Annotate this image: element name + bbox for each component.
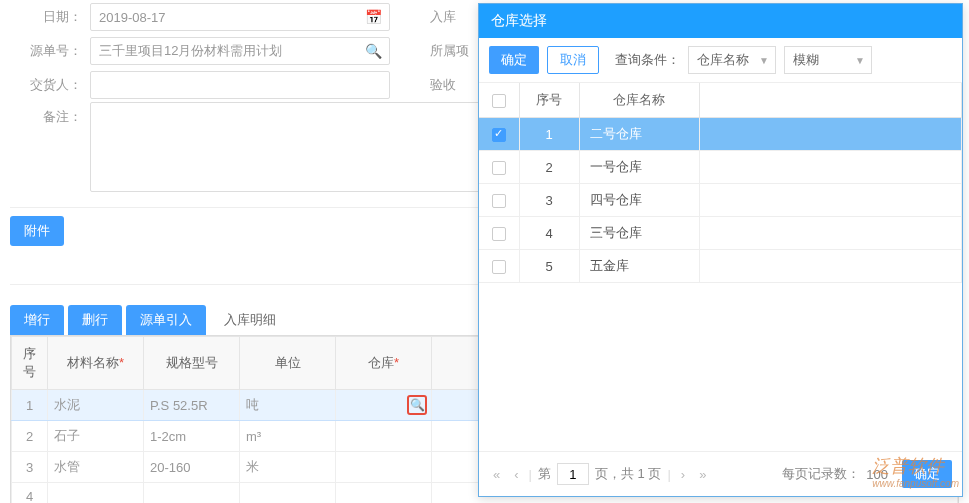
del-row-button[interactable]: 删行 — [68, 305, 122, 335]
modal-col-name: 仓库名称 — [579, 83, 699, 118]
cell-seq: 1 — [519, 118, 579, 151]
cell-unit[interactable]: m³ — [240, 421, 336, 452]
warehouse-lookup-icon[interactable]: 🔍 — [407, 395, 427, 415]
query-label: 查询条件： — [615, 51, 680, 69]
cell-seq: 3 — [12, 452, 48, 483]
cell-extra — [699, 118, 962, 151]
deliverer-input[interactable] — [90, 71, 390, 99]
per-page-value[interactable]: 100 — [866, 467, 888, 482]
cell-spec[interactable]: 20-160 — [144, 452, 240, 483]
cell-extra — [699, 184, 962, 217]
cell-name: 四号仓库 — [579, 184, 699, 217]
col-seq: 序号 — [12, 337, 48, 390]
modal-title: 仓库选择 — [479, 4, 962, 38]
deliverer-label: 交货人： — [10, 76, 90, 94]
row-checkbox[interactable] — [492, 194, 506, 208]
deliverer-wrap — [90, 71, 390, 99]
cell-extra — [699, 250, 962, 283]
modal-row[interactable]: 1二号仓库 — [479, 118, 962, 151]
modal-cancel-button[interactable]: 取消 — [547, 46, 599, 74]
row-checkbox[interactable] — [492, 128, 506, 142]
modal-row[interactable]: 4三号仓库 — [479, 217, 962, 250]
remark-label: 备注： — [10, 102, 90, 126]
modal-grid: 序号 仓库名称 1二号仓库2一号仓库3四号仓库4三号仓库5五金库 — [479, 83, 962, 451]
search-icon[interactable]: 🔍 — [365, 43, 382, 59]
cell-extra — [699, 217, 962, 250]
grid-tab-label: 入库明细 — [210, 305, 290, 335]
modal-footer: « ‹ | 第 页，共 1 页 | › » 每页记录数： 100 确定 — [479, 451, 962, 496]
date-input[interactable] — [90, 3, 390, 31]
attach-button[interactable]: 附件 — [10, 216, 64, 246]
footer-confirm-button[interactable]: 确定 — [902, 460, 952, 488]
cell-name[interactable]: 石子 — [48, 421, 144, 452]
cell-seq: 4 — [12, 483, 48, 504]
modal-col-extra — [699, 83, 962, 118]
page-prev-icon[interactable]: ‹ — [510, 467, 522, 482]
calendar-icon[interactable]: 📅 — [365, 9, 382, 25]
row-checkbox[interactable] — [492, 227, 506, 241]
cell-spec[interactable]: P.S 52.5R — [144, 390, 240, 421]
cell-name[interactable] — [48, 483, 144, 504]
cell-check[interactable] — [479, 118, 519, 151]
cell-spec[interactable]: 1-2cm — [144, 421, 240, 452]
cell-unit[interactable] — [240, 483, 336, 504]
date-field-wrap: 📅 — [90, 3, 390, 31]
cell-seq: 5 — [519, 250, 579, 283]
cell-warehouse[interactable] — [336, 421, 432, 452]
cell-seq: 3 — [519, 184, 579, 217]
modal-ok-button[interactable]: 确定 — [489, 46, 539, 74]
cell-seq: 2 — [12, 421, 48, 452]
query-field-select[interactable]: 仓库名称 — [688, 46, 776, 74]
modal-row[interactable]: 5五金库 — [479, 250, 962, 283]
right-label-2: 所属项 — [430, 42, 469, 60]
modal-col-seq: 序号 — [519, 83, 579, 118]
cell-name[interactable]: 水管 — [48, 452, 144, 483]
warehouse-select-modal: 仓库选择 确定 取消 查询条件： 仓库名称 模糊 序号 仓库名称 1二号仓库2一… — [478, 3, 963, 497]
date-label: 日期： — [10, 8, 90, 26]
cell-check[interactable] — [479, 184, 519, 217]
cell-name: 二号仓库 — [579, 118, 699, 151]
cell-warehouse[interactable]: 🔍 — [336, 390, 432, 421]
cell-warehouse[interactable] — [336, 483, 432, 504]
cell-check[interactable] — [479, 250, 519, 283]
cell-check[interactable] — [479, 217, 519, 250]
row-checkbox[interactable] — [492, 260, 506, 274]
cell-extra — [699, 151, 962, 184]
page-last-icon[interactable]: » — [695, 467, 710, 482]
modal-body: 1二号仓库2一号仓库3四号仓库4三号仓库5五金库 — [479, 118, 962, 283]
row-checkbox[interactable] — [492, 161, 506, 175]
cell-name[interactable]: 水泥 — [48, 390, 144, 421]
cell-name: 一号仓库 — [579, 151, 699, 184]
modal-row[interactable]: 2一号仓库 — [479, 151, 962, 184]
page-post: 页，共 1 页 — [595, 465, 661, 483]
cell-check[interactable] — [479, 151, 519, 184]
right-label-1: 入库 — [430, 8, 456, 26]
cell-unit[interactable]: 吨 — [240, 390, 336, 421]
cell-name: 三号仓库 — [579, 217, 699, 250]
modal-row[interactable]: 3四号仓库 — [479, 184, 962, 217]
page-input[interactable] — [557, 463, 589, 485]
page-next-icon[interactable]: › — [677, 467, 689, 482]
col-unit: 单位 — [240, 337, 336, 390]
cell-unit[interactable]: 米 — [240, 452, 336, 483]
cell-seq: 2 — [519, 151, 579, 184]
page-pre: 第 — [538, 465, 551, 483]
cell-seq: 4 — [519, 217, 579, 250]
cell-seq: 1 — [12, 390, 48, 421]
cell-spec[interactable] — [144, 483, 240, 504]
source-no-input[interactable] — [90, 37, 390, 65]
source-no-wrap: 🔍 — [90, 37, 390, 65]
col-warehouse: 仓库* — [336, 337, 432, 390]
check-all[interactable] — [492, 94, 506, 108]
add-row-button[interactable]: 增行 — [10, 305, 64, 335]
query-mode-select[interactable]: 模糊 — [784, 46, 872, 74]
modal-toolbar: 确定 取消 查询条件： 仓库名称 模糊 — [479, 38, 962, 83]
col-matname: 材料名称* — [48, 337, 144, 390]
per-page-label: 每页记录数： — [782, 465, 860, 483]
cell-warehouse[interactable] — [336, 452, 432, 483]
page-first-icon[interactable]: « — [489, 467, 504, 482]
right-label-3: 验收 — [430, 76, 456, 94]
source-import-button[interactable]: 源单引入 — [126, 305, 206, 335]
col-spec: 规格型号 — [144, 337, 240, 390]
cell-name: 五金库 — [579, 250, 699, 283]
